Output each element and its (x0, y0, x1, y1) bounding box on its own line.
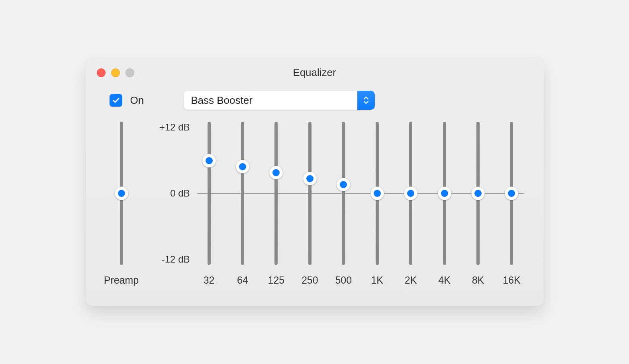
band-label-2K: 2K (405, 274, 417, 286)
band-column-4K: 4K (433, 122, 457, 286)
band-column-2K: 2K (399, 122, 423, 286)
band-label-32: 32 (204, 274, 215, 286)
band-column-32: 32 (197, 122, 221, 286)
band-slider-4K[interactable] (443, 122, 446, 265)
on-label: On (130, 94, 144, 107)
preamp-slider-knob[interactable] (115, 187, 128, 200)
band-slider-8K[interactable] (476, 122, 480, 265)
band-slider-knob-125[interactable] (269, 166, 283, 179)
close-icon[interactable] (97, 68, 106, 77)
band-slider-knob-500[interactable] (337, 178, 350, 191)
band-label-16K: 16K (503, 274, 520, 286)
db-label-max: +12 dB (159, 122, 190, 133)
band-column-125: 125 (264, 122, 288, 286)
window-title: Equalizer (293, 66, 336, 79)
band-slider-1K[interactable] (376, 122, 379, 265)
band-slider-knob-2K[interactable] (404, 187, 417, 200)
db-scale-labels: +12 dB 0 dB -12 dB (145, 122, 193, 265)
band-label-8K: 8K (472, 274, 484, 286)
zoom-icon[interactable] (125, 68, 134, 77)
band-slider-250[interactable] (308, 122, 312, 265)
equalizer-window: Equalizer On Bass Booster Preamp +12 dB … (86, 58, 544, 306)
band-slider-64[interactable] (241, 122, 244, 265)
band-label-125: 125 (268, 274, 285, 286)
traffic-lights (97, 68, 134, 77)
band-column-500: 500 (331, 122, 355, 286)
checkmark-icon (112, 96, 120, 105)
minimize-icon[interactable] (111, 68, 120, 77)
band-slider-knob-8K[interactable] (471, 187, 485, 200)
preamp-column: Preamp (102, 122, 141, 286)
band-label-500: 500 (335, 274, 352, 286)
band-slider-2K[interactable] (409, 122, 412, 265)
chevron-down-icon (363, 101, 369, 105)
preamp-label: Preamp (104, 274, 139, 286)
band-label-250: 250 (302, 274, 318, 286)
eq-area: Preamp +12 dB 0 dB -12 dB 32641252505001… (86, 118, 544, 286)
band-slider-32[interactable] (208, 122, 211, 265)
preset-select[interactable]: Bass Booster (184, 91, 375, 110)
band-label-64: 64 (237, 274, 248, 286)
band-column-1K: 1K (365, 122, 389, 286)
preset-selected-label: Bass Booster (184, 94, 357, 107)
band-slider-knob-1K[interactable] (370, 187, 384, 200)
band-column-8K: 8K (466, 122, 490, 286)
controls-row: On Bass Booster (86, 87, 544, 118)
band-slider-knob-4K[interactable] (438, 187, 451, 200)
preamp-slider[interactable] (120, 122, 123, 265)
db-label-min: -12 dB (162, 254, 190, 265)
band-column-250: 250 (298, 122, 322, 286)
db-label-mid: 0 dB (170, 188, 190, 199)
band-slider-knob-64[interactable] (236, 160, 249, 173)
band-column-64: 64 (231, 122, 255, 286)
band-column-16K: 16K (500, 122, 523, 286)
chevron-up-icon (363, 96, 369, 100)
on-checkbox[interactable] (110, 94, 122, 107)
band-slider-knob-16K[interactable] (505, 187, 518, 200)
preset-stepper[interactable] (357, 91, 375, 110)
band-label-4K: 4K (438, 274, 451, 286)
band-label-1K: 1K (371, 274, 383, 286)
bands-area: 32641252505001K2K4K8K16K (197, 122, 524, 286)
band-slider-knob-250[interactable] (303, 172, 317, 185)
band-slider-500[interactable] (342, 122, 345, 265)
titlebar: Equalizer (86, 58, 544, 87)
band-slider-16K[interactable] (510, 122, 513, 265)
band-slider-125[interactable] (274, 122, 278, 265)
band-slider-knob-32[interactable] (202, 154, 216, 167)
